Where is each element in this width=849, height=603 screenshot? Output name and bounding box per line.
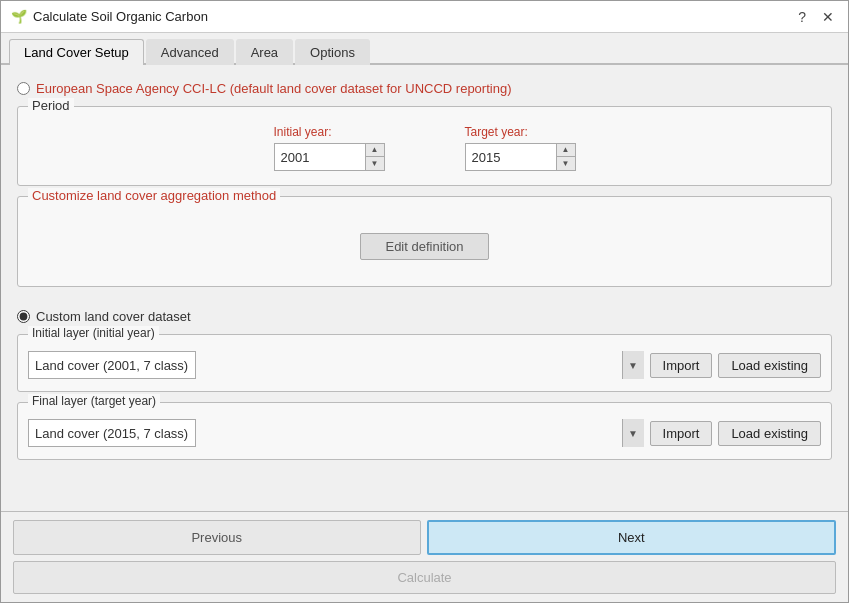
period-row: Initial year: ▲ ▼ Target year: ▲ (32, 117, 817, 171)
target-year-spinner: ▲ ▼ (465, 143, 576, 171)
final-layer-row: Land cover (2015, 7 class) ▼ Import Load… (28, 419, 821, 447)
initial-year-label: Initial year: (274, 125, 332, 139)
target-year-up-btn[interactable]: ▲ (557, 144, 575, 157)
calculate-button[interactable]: Calculate (13, 561, 836, 594)
initial-year-field: Initial year: ▲ ▼ (274, 125, 385, 171)
dialog-title: Calculate Soil Organic Carbon (33, 9, 208, 24)
customize-group: Customize land cover aggregation method … (17, 196, 832, 287)
dialog: 🌱 Calculate Soil Organic Carbon ? ✕ Land… (0, 0, 849, 603)
initial-year-spinner: ▲ ▼ (274, 143, 385, 171)
close-button[interactable]: ✕ (818, 8, 838, 26)
initial-layer-select-wrapper: Land cover (2001, 7 class) ▼ (28, 351, 644, 379)
esa-radio-row: European Space Agency CCI-LC (default la… (17, 81, 832, 96)
target-year-input[interactable] (466, 144, 556, 170)
tab-land-cover-setup[interactable]: Land Cover Setup (9, 39, 144, 65)
customize-title: Customize land cover aggregation method (28, 188, 280, 203)
footer: Previous Next Calculate (1, 511, 848, 602)
custom-radio[interactable] (17, 310, 30, 323)
nav-buttons-row: Previous Next (13, 520, 836, 555)
initial-year-input[interactable] (275, 144, 365, 170)
esa-radio[interactable] (17, 82, 30, 95)
initial-layer-title: Initial layer (initial year) (28, 326, 159, 340)
tab-advanced[interactable]: Advanced (146, 39, 234, 65)
tab-area[interactable]: Area (236, 39, 293, 65)
help-button[interactable]: ? (794, 8, 810, 26)
next-button[interactable]: Next (427, 520, 837, 555)
main-content: European Space Agency CCI-LC (default la… (1, 65, 848, 511)
esa-label[interactable]: European Space Agency CCI-LC (default la… (36, 81, 511, 96)
initial-year-spin-btns: ▲ ▼ (365, 144, 384, 170)
edit-definition-button[interactable]: Edit definition (360, 233, 488, 260)
previous-button[interactable]: Previous (13, 520, 421, 555)
period-group: Period Initial year: ▲ ▼ Target year: (17, 106, 832, 186)
final-layer-title: Final layer (target year) (28, 394, 160, 408)
final-layer-group: Final layer (target year) Land cover (20… (17, 402, 832, 460)
initial-layer-group: Initial layer (initial year) Land cover … (17, 334, 832, 392)
final-layer-import-button[interactable]: Import (650, 421, 713, 446)
period-title: Period (28, 98, 74, 113)
initial-layer-row: Land cover (2001, 7 class) ▼ Import Load… (28, 351, 821, 379)
tab-options[interactable]: Options (295, 39, 370, 65)
target-year-spin-btns: ▲ ▼ (556, 144, 575, 170)
initial-layer-import-button[interactable]: Import (650, 353, 713, 378)
initial-layer-select[interactable]: Land cover (2001, 7 class) (28, 351, 196, 379)
target-year-field: Target year: ▲ ▼ (465, 125, 576, 171)
final-layer-dropdown-arrow: ▼ (622, 419, 644, 447)
tab-bar: Land Cover Setup Advanced Area Options (1, 33, 848, 65)
initial-year-down-btn[interactable]: ▼ (366, 157, 384, 170)
target-year-down-btn[interactable]: ▼ (557, 157, 575, 170)
initial-layer-dropdown-arrow: ▼ (622, 351, 644, 379)
final-layer-select-wrapper: Land cover (2015, 7 class) ▼ (28, 419, 644, 447)
title-bar: 🌱 Calculate Soil Organic Carbon ? ✕ (1, 1, 848, 33)
title-bar-right: ? ✕ (794, 8, 838, 26)
final-layer-select[interactable]: Land cover (2015, 7 class) (28, 419, 196, 447)
custom-label[interactable]: Custom land cover dataset (36, 309, 191, 324)
custom-radio-row: Custom land cover dataset (17, 309, 832, 324)
title-bar-left: 🌱 Calculate Soil Organic Carbon (11, 9, 208, 25)
initial-year-up-btn[interactable]: ▲ (366, 144, 384, 157)
final-layer-load-button[interactable]: Load existing (718, 421, 821, 446)
target-year-label: Target year: (465, 125, 528, 139)
initial-layer-load-button[interactable]: Load existing (718, 353, 821, 378)
custom-section: Custom land cover dataset Initial layer … (17, 305, 832, 470)
app-icon: 🌱 (11, 9, 27, 25)
